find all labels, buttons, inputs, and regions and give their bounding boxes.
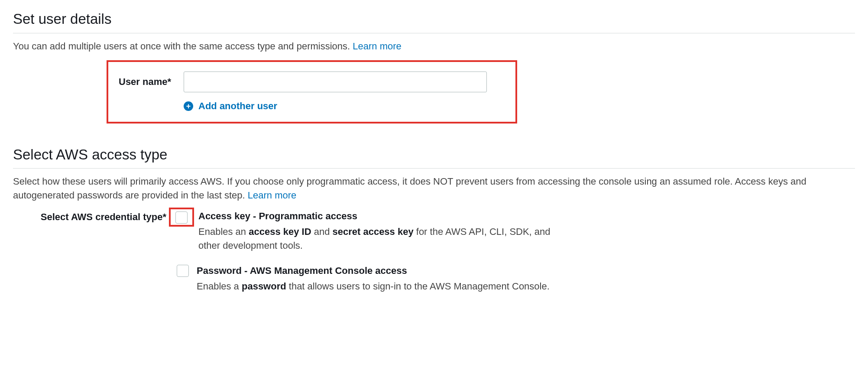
access-key-checkbox[interactable] [175,211,188,224]
add-another-user-link[interactable]: Add another user [198,99,277,113]
username-field-row: User name* [119,72,505,92]
access-key-checkbox-highlight [169,208,194,227]
credential-type-block: Select AWS credential type* Access key -… [13,209,855,304]
section-divider [13,168,855,169]
credential-option-password: Password - AWS Management Console access… [173,264,855,293]
section-desc-text: Select how these users will primarily ac… [13,176,806,201]
credential-option-access-key: Access key - Programmatic access Enables… [173,209,855,253]
add-another-user-row[interactable]: + Add another user [184,99,505,113]
credential-options: Access key - Programmatic access Enables… [173,209,855,304]
access-key-desc: Enables an access key ID and secret acce… [198,225,558,253]
username-input[interactable] [184,72,487,92]
password-checkbox-wrap [173,264,192,277]
access-key-title: Access key - Programmatic access [198,209,558,223]
desc-bold: access key ID [249,226,311,237]
section-heading-user-details: Set user details [13,9,855,29]
learn-more-link[interactable]: Learn more [248,190,297,201]
plus-circle-icon: + [184,101,193,111]
section-desc-user-details: You can add multiple users at once with … [13,39,855,53]
section-desc-access-type: Select how these users will primarily ac… [13,175,855,202]
section-divider [13,33,855,33]
desc-part: Enables a [197,281,242,292]
password-text: Password - AWS Management Console access… [192,264,550,293]
desc-part: that allows users to sign-in to the AWS … [286,281,550,292]
credential-type-label: Select AWS credential type* [13,209,173,224]
desc-part: Enables an [198,226,249,237]
section-access-type: Select AWS access type Select how these … [13,144,855,305]
desc-bold: secret access key [332,226,413,237]
password-checkbox[interactable] [177,265,189,277]
learn-more-link[interactable]: Learn more [353,41,402,52]
password-desc: Enables a password that allows users to … [197,280,550,293]
access-key-text: Access key - Programmatic access Enables… [194,209,558,253]
section-heading-access-type: Select AWS access type [13,144,855,165]
desc-part: and [311,226,333,237]
section-desc-text: You can add multiple users at once with … [13,41,353,52]
username-label: User name* [119,75,184,89]
password-title: Password - AWS Management Console access [197,264,550,278]
desc-bold: password [242,281,286,292]
username-highlight-box: User name* + Add another user [107,60,517,124]
